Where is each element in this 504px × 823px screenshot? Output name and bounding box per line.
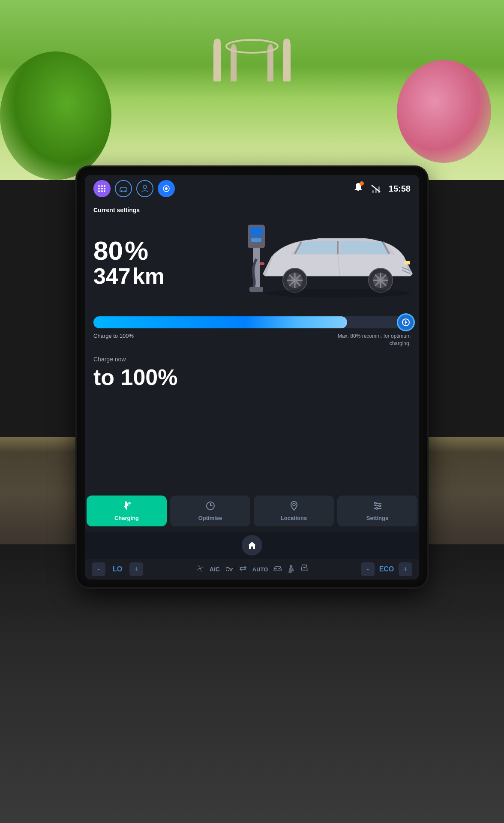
optimise-nav-label: Optimise — [198, 515, 222, 521]
right-temp-minus[interactable]: - — [361, 562, 375, 576]
battery-slider[interactable]: Charge to 100% Max. 80% recomm. for opti… — [93, 316, 411, 347]
svg-point-51 — [128, 502, 131, 505]
bottom-nav: Charging Optimise — [85, 496, 419, 532]
status-bar: 15:58 — [85, 175, 419, 202]
home-button-row — [85, 532, 419, 559]
dashboard-left — [0, 180, 77, 437]
svg-rect-16 — [372, 190, 374, 193]
seat-heat-left-icon[interactable] — [288, 564, 295, 575]
dashboard-right — [427, 180, 504, 437]
svg-rect-22 — [250, 227, 263, 237]
defrost-icon[interactable] — [225, 565, 234, 574]
charging-nav-button[interactable]: Charging — [87, 496, 167, 526]
svg-rect-17 — [375, 189, 377, 193]
ac-icon[interactable]: A/C — [210, 566, 220, 573]
charging-nav-icon — [122, 501, 132, 513]
svg-point-59 — [376, 508, 378, 509]
seat-heat-right-icon[interactable] — [300, 564, 308, 575]
navigation-icon[interactable] — [158, 180, 175, 197]
battery-km-unit: km — [132, 264, 165, 288]
auto-label[interactable]: AUTO — [252, 566, 268, 573]
charging-nav-label: Charging — [114, 515, 139, 521]
fan-icon[interactable] — [196, 564, 204, 575]
svg-point-60 — [199, 568, 201, 569]
svg-rect-23 — [251, 238, 261, 242]
optimise-nav-button[interactable]: Optimise — [170, 496, 250, 526]
climate-controls: - LO + — [85, 559, 419, 580]
battery-percentage: 80 — [93, 237, 123, 264]
main-screen: 15:58 Current settings 80 % 347 — [85, 175, 419, 580]
svg-point-12 — [143, 185, 147, 189]
clock: 15:58 — [389, 184, 411, 194]
svg-point-53 — [293, 503, 295, 506]
left-temp-value: LO — [109, 565, 126, 573]
locations-nav-icon — [289, 501, 299, 513]
slider-right-label: Max. 80% recomm. for optimum charging. — [333, 333, 411, 347]
right-temp-plus[interactable]: + — [399, 562, 412, 576]
notification-bell[interactable] — [354, 182, 363, 195]
svg-rect-30 — [404, 261, 410, 264]
svg-rect-25 — [249, 287, 263, 292]
svg-point-10 — [121, 190, 123, 192]
current-settings-label: Current settings — [93, 207, 411, 213]
battery-stats: 80 % 347 km — [93, 237, 165, 288]
charge-now-value: to 100% — [93, 364, 411, 390]
charge-now-section: Charge now to 100% — [93, 356, 411, 390]
apps-icon[interactable] — [93, 180, 111, 197]
person-nav-icon[interactable] — [136, 180, 153, 197]
slider-left-label: Charge to 100% — [93, 333, 134, 339]
svg-point-11 — [124, 190, 126, 192]
car-nav-icon[interactable] — [115, 180, 132, 197]
slider-track[interactable] — [93, 316, 411, 328]
svg-point-55 — [375, 502, 376, 504]
main-content: Current settings 80 % 347 km — [85, 202, 419, 496]
nav-icons — [93, 180, 175, 197]
left-temp-minus[interactable]: - — [92, 562, 105, 576]
svg-rect-18 — [378, 186, 380, 193]
charge-now-label: Charge now — [93, 356, 411, 363]
svg-point-14 — [165, 187, 168, 190]
screen-bezel: 15:58 Current settings 80 % 347 — [77, 167, 427, 587]
left-climate-group: - LO + — [92, 562, 143, 576]
battery-km: 347 — [93, 264, 131, 288]
home-button[interactable] — [242, 535, 262, 556]
status-right: 15:58 — [354, 182, 411, 195]
signal-indicator — [371, 184, 381, 193]
recirculate-icon[interactable] — [239, 565, 247, 574]
optimise-nav-icon — [205, 501, 216, 513]
slider-labels: Charge to 100% Max. 80% recomm. for opti… — [93, 333, 411, 347]
notification-dot — [360, 181, 364, 186]
settings-nav-label: Settings — [366, 515, 388, 521]
car-image — [218, 216, 415, 310]
slider-fill — [93, 316, 347, 328]
svg-rect-70 — [288, 571, 292, 573]
locations-nav-label: Locations — [281, 515, 307, 521]
svg-rect-69 — [289, 570, 294, 571]
slider-thumb[interactable] — [397, 313, 415, 331]
rear-defrost-icon[interactable] — [273, 565, 282, 574]
car-display: 80 % 347 km — [93, 220, 411, 306]
svg-point-48 — [265, 289, 411, 297]
right-temp-value: ECO — [378, 565, 395, 573]
climate-icons-row: A/C — [196, 564, 309, 575]
settings-nav-icon — [372, 501, 383, 513]
svg-point-57 — [379, 505, 381, 507]
battery-percent-unit: % — [125, 237, 148, 264]
right-climate-group: - ECO + — [361, 562, 412, 576]
left-temp-plus[interactable]: + — [129, 562, 143, 576]
settings-nav-button[interactable]: Settings — [337, 496, 417, 526]
locations-nav-button[interactable]: Locations — [254, 496, 334, 526]
